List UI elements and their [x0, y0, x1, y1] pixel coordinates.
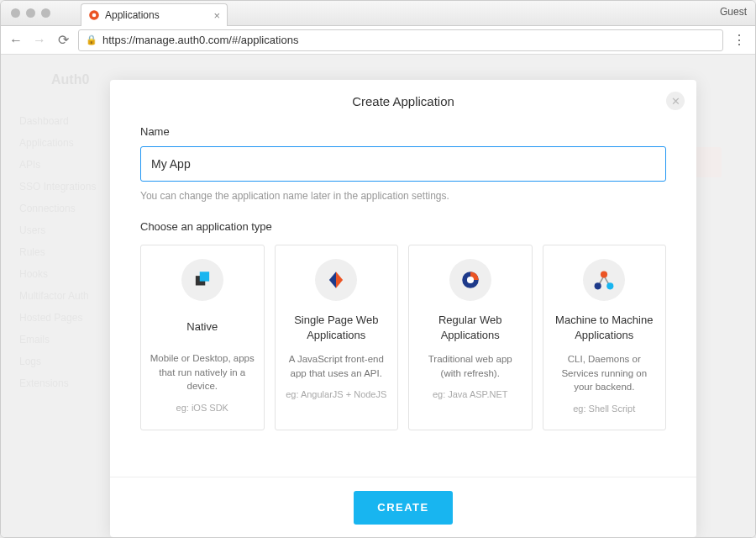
- application-type-cards: Native Mobile or Desktop, apps that run …: [140, 245, 666, 430]
- native-icon: [181, 259, 223, 301]
- browser-window: Applications × Guest ← → ⟳ 🔒 https://man…: [0, 0, 756, 538]
- type-title: Native: [186, 313, 218, 341]
- svg-point-10: [601, 271, 607, 277]
- type-title: Single Page Web Applications: [284, 313, 390, 342]
- close-icon[interactable]: ✕: [666, 92, 685, 110]
- type-label: Choose an application type: [140, 220, 666, 233]
- profile-guest-label[interactable]: Guest: [720, 6, 747, 18]
- type-card-native[interactable]: Native Mobile or Desktop, apps that run …: [140, 245, 265, 430]
- browser-tab[interactable]: Applications ×: [81, 3, 228, 26]
- type-card-regular[interactable]: Regular Web Applications Traditional web…: [408, 245, 533, 430]
- name-hint: You can change the application name late…: [140, 190, 666, 202]
- url-text: https://manage.auth0.com/#/applications: [102, 34, 298, 46]
- tab-favicon: [88, 9, 100, 21]
- svg-rect-3: [200, 272, 209, 281]
- tab-title: Applications: [105, 9, 160, 21]
- svg-point-12: [607, 282, 614, 289]
- type-card-spa[interactable]: Single Page Web Applications A JavaScrip…: [275, 245, 399, 430]
- name-label: Name: [140, 125, 666, 138]
- application-name-input[interactable]: [140, 146, 666, 182]
- svg-point-1: [92, 13, 97, 18]
- nav-back-icon[interactable]: ←: [8, 33, 24, 48]
- modal-header: Create Application ✕: [110, 80, 696, 122]
- modal-title: Create Application: [352, 94, 454, 108]
- page-content: Auth0 Dashboard Applications APIs SSO In…: [1, 55, 755, 537]
- browser-menu-icon[interactable]: ⋮: [730, 32, 748, 48]
- create-button[interactable]: CREATE: [354, 491, 452, 525]
- svg-marker-5: [329, 272, 336, 288]
- window-minimize[interactable]: [26, 8, 35, 18]
- m2m-icon: [583, 259, 625, 301]
- type-example: eg: Java ASP.NET: [433, 388, 508, 401]
- browser-toolbar: ← → ⟳ 🔒 https://manage.auth0.com/#/appli…: [1, 26, 755, 55]
- spa-icon: [315, 259, 357, 301]
- type-desc: Traditional web app (with refresh).: [417, 352, 523, 380]
- type-example: eg: AngularJS + NodeJS: [286, 388, 386, 401]
- type-desc: CLI, Daemons or Services running on your…: [552, 352, 658, 394]
- traffic-lights: [1, 8, 50, 18]
- lock-icon: 🔒: [86, 34, 97, 45]
- window-zoom[interactable]: [41, 8, 50, 18]
- type-card-m2m[interactable]: Machine to Machine Applications CLI, Dae…: [543, 245, 667, 430]
- type-example: eg: Shell Script: [573, 403, 635, 415]
- svg-marker-4: [336, 272, 343, 288]
- svg-point-7: [467, 277, 474, 283]
- svg-point-11: [595, 282, 601, 289]
- window-titlebar: Applications × Guest: [1, 1, 755, 26]
- modal-footer: CREATE: [110, 477, 696, 537]
- create-application-modal: Create Application ✕ Name You can change…: [110, 80, 696, 537]
- type-title: Regular Web Applications: [417, 313, 523, 342]
- type-example: eg: iOS SDK: [176, 402, 228, 414]
- regular-web-icon: [449, 259, 491, 301]
- url-bar[interactable]: 🔒 https://manage.auth0.com/#/application…: [78, 29, 723, 51]
- type-desc: Mobile or Desktop, apps that run nativel…: [150, 351, 255, 393]
- nav-forward-icon: →: [31, 33, 48, 48]
- nav-reload-icon[interactable]: ⟳: [55, 32, 71, 48]
- window-close[interactable]: [11, 8, 20, 18]
- type-desc: A JavaScript front-end app that uses an …: [284, 352, 390, 380]
- tab-close-icon[interactable]: ×: [213, 9, 220, 22]
- type-title: Machine to Machine Applications: [552, 313, 658, 342]
